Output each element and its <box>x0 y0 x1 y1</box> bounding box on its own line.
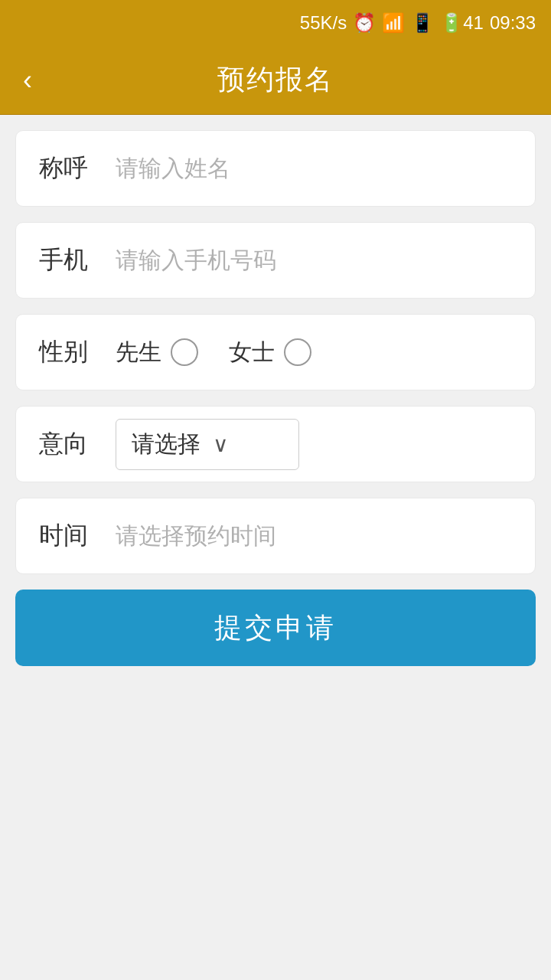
chevron-down-icon: ∨ <box>213 432 229 457</box>
phone-label: 手机 <box>39 243 100 277</box>
submit-button[interactable]: 提交申请 <box>15 590 536 666</box>
name-row: 称呼 <box>15 130 536 207</box>
intent-row: 意向 请选择 ∨ <box>15 406 536 482</box>
time-label: 时间 <box>39 519 100 553</box>
intent-dropdown-wrapper: 请选择 ∨ <box>100 419 299 470</box>
gender-female-label: 女士 <box>229 337 275 368</box>
name-input[interactable] <box>100 155 512 181</box>
network-speed: 55K/s <box>300 12 347 34</box>
time-display: 09:33 <box>490 12 536 34</box>
wifi-icon: 📶 <box>382 12 405 34</box>
phone-row: 手机 <box>15 222 536 299</box>
back-icon: ‹ <box>23 64 32 96</box>
gender-options: 先生 女士 <box>100 337 311 368</box>
gender-row: 性别 先生 女士 <box>15 314 536 390</box>
alarm-icon: ⏰ <box>353 12 376 34</box>
gender-female-radio[interactable] <box>284 338 311 366</box>
battery-icon: 🔋41 <box>440 12 484 34</box>
back-button[interactable]: ‹ <box>15 57 40 104</box>
status-bar: 55K/s ⏰ 📶 📱 🔋41 09:33 <box>0 0 551 46</box>
time-placeholder: 请选择预约时间 <box>100 521 276 552</box>
time-row[interactable]: 时间 请选择预约时间 <box>15 498 536 574</box>
gender-male-label: 先生 <box>116 337 161 368</box>
gender-male-option[interactable]: 先生 <box>116 337 198 368</box>
intent-dropdown[interactable]: 请选择 ∨ <box>116 419 299 470</box>
name-label: 称呼 <box>39 152 100 185</box>
nav-bar: ‹ 预约报名 <box>0 46 551 115</box>
signal-icon: 📱 <box>411 12 434 34</box>
gender-male-radio[interactable] <box>171 338 198 366</box>
form-container: 称呼 手机 性别 先生 女士 意向 请选择 ∨ <box>0 115 551 590</box>
gender-female-option[interactable]: 女士 <box>229 337 311 368</box>
submit-button-label: 提交申请 <box>214 609 337 647</box>
intent-label: 意向 <box>39 427 100 461</box>
gender-label: 性别 <box>39 335 100 369</box>
phone-input[interactable] <box>100 247 512 273</box>
page-title: 预约报名 <box>217 61 334 99</box>
intent-dropdown-text: 请选择 <box>132 429 201 460</box>
